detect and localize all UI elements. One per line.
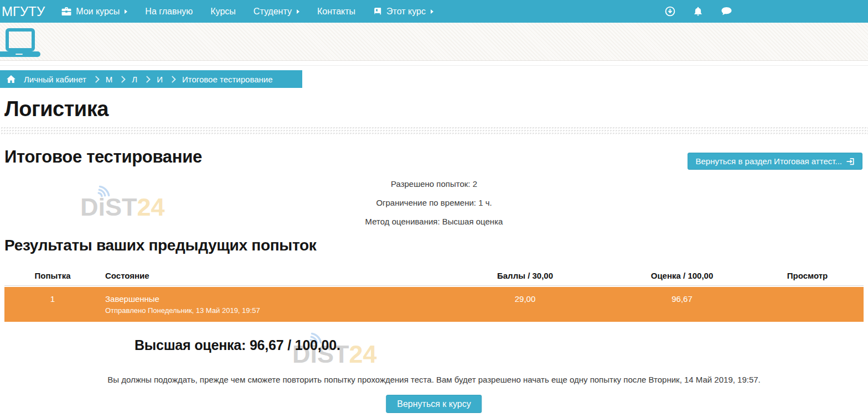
home-icon [7,75,16,83]
attempt-state-cell: Завершенные Отправлено Понедельник, 13 М… [101,287,437,322]
nav-item-label: Мои курсы [76,7,120,17]
nav-item-label: Курсы [210,7,236,17]
attempt-review-cell [751,287,864,322]
attempts-allowed-text: Разрешено попыток: 2 [0,179,868,189]
breadcrumb: Личный кабинет М Л И Итоговое тестирован… [0,70,302,88]
attempt-submitted-date: Отправлено Понедельник, 13 Май 2019, 19:… [105,306,437,315]
briefcase-icon [61,7,71,16]
attempt-state: Завершенные [105,294,437,304]
attempt-grade: 96,67 [613,287,751,322]
chevron-separator-icon [143,76,151,83]
breadcrumb-item-i[interactable]: И [152,75,167,84]
navbar-right-icons [665,6,732,17]
nav-item-student[interactable]: Студенту [245,0,308,23]
retry-wait-text: Вы должны подождать, прежде чем сможете … [0,375,868,384]
nav-item-label: Контакты [317,7,355,17]
nav-item-contacts[interactable]: Контакты [308,0,364,23]
final-grade-text: Высшая оценка: 96,67 / 100,00. [135,337,340,353]
hero-band [0,23,868,61]
header-marks: Баллы / 30,00 [437,269,613,280]
nav-item-home[interactable]: На главную [136,0,202,23]
nav-item-my-courses[interactable]: Мои курсы [53,0,136,23]
attempt-marks: 29,00 [437,287,613,322]
header-grade: Оценка / 100,00 [613,269,751,280]
download-circle-icon[interactable] [665,6,675,17]
chevron-separator-icon [169,76,176,83]
attempts-table: Попытка Состояние Баллы / 30,00 Оценка /… [4,269,864,322]
table-header-row: Попытка Состояние Баллы / 30,00 Оценка /… [4,269,864,286]
quiz-title: Итоговое тестирование [4,147,202,167]
breadcrumb-item-l[interactable]: Л [127,75,142,84]
chevron-separator-icon [118,76,126,83]
back-to-course-button[interactable]: Вернуться к курсу [386,395,482,413]
breadcrumb-item-dashboard[interactable]: Личный кабинет [19,75,91,84]
notifications-bell-icon[interactable] [693,6,703,17]
time-limit-text: Ограничение по времени: 1 ч. [0,198,868,207]
course-title: Логистика [4,97,108,121]
top-navbar: МГУТУ Мои курсы На главную Курсы Студент… [0,0,868,23]
messages-chat-icon[interactable] [721,6,732,17]
chevron-separator-icon [92,76,100,83]
caret-icon [125,9,127,14]
nav-item-label: Этот курс [386,7,426,17]
grading-method-text: Метод оценивания: Высшая оценка [0,217,868,226]
sign-in-arrow-icon [846,158,855,165]
nav-item-this-course[interactable]: Этот курс [364,0,442,23]
caret-icon [297,9,299,14]
nav-item-label: Студенту [254,7,292,17]
book-icon [373,7,382,16]
header-review: Просмотр [751,269,864,280]
back-to-section-button[interactable]: Вернуться в раздел Итоговая аттест... [688,153,862,170]
nav-item-courses[interactable]: Курсы [202,0,245,23]
dotted-divider [0,127,868,135]
header-attempt: Попытка [4,269,101,280]
caret-icon [431,9,433,14]
header-state: Состояние [101,269,437,280]
results-heading: Результаты ваших предыдущих попыток [4,237,316,254]
breadcrumb-item-current: Итоговое тестирование [178,75,277,84]
attempt-number: 1 [4,287,101,322]
divider-line [0,65,868,66]
nav-item-label: На главную [145,7,193,17]
brand-logo[interactable]: МГУТУ [0,4,53,19]
breadcrumb-item-m[interactable]: М [101,75,117,84]
table-row: 1 Завершенные Отправлено Понедельник, 13… [4,287,864,322]
